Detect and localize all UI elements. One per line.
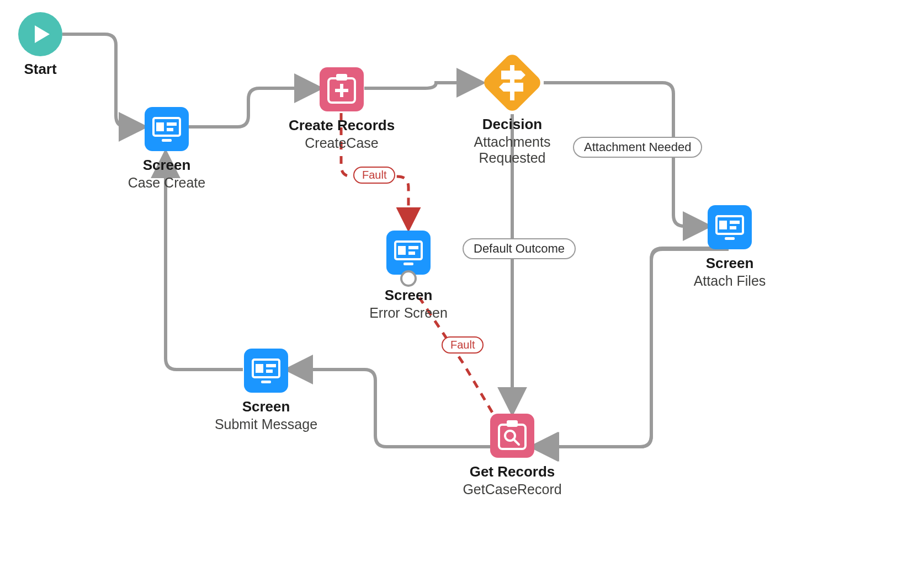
start-label: Start [0,61,112,78]
decision-node[interactable] [481,51,543,114]
svg-rect-6 [162,139,172,142]
start-node[interactable] [18,12,62,56]
svg-rect-3 [156,122,164,131]
svg-rect-9 [336,74,347,81]
svg-rect-19 [403,263,413,265]
svg-rect-34 [266,364,276,367]
screen-submit-label: Screen Submit Message [194,398,338,432]
svg-rect-17 [408,246,418,249]
screen-case-node[interactable] [145,107,189,151]
edge-label-default-outcome: Default Outcome [463,238,576,259]
edge-create-to-decision [364,83,480,88]
svg-rect-18 [408,251,415,255]
get-records-label: Get Records GetCaseRecord [440,463,584,497]
svg-rect-5 [167,128,173,131]
screen-submit-node[interactable] [244,349,288,393]
screen-attach-label: Screen Attach Files [658,255,801,289]
create-records-node[interactable] [320,67,364,111]
get-records-node[interactable] [490,414,534,458]
screen-attach-node[interactable] [708,205,752,249]
svg-rect-22 [719,221,727,229]
edge-start-to-screen-case [62,34,142,127]
svg-rect-24 [730,226,736,229]
decision-label: Decision Attachments Requested [440,116,584,166]
screen-error-node[interactable] [386,231,431,286]
svg-rect-35 [266,370,273,373]
edge-label-fault-1: Fault [353,167,395,184]
loop-indicator-icon [401,271,416,286]
svg-rect-23 [730,221,740,224]
screen-case-label: Screen Case Create [95,157,238,191]
svg-rect-36 [261,381,271,383]
svg-rect-25 [725,237,735,240]
create-records-label: Create Records CreateCase [270,117,413,151]
edge-label-attachment-needed: Attachment Needed [573,137,702,158]
svg-rect-4 [167,122,177,126]
svg-rect-33 [256,364,263,373]
svg-rect-16 [398,246,406,255]
svg-rect-11 [335,89,348,92]
svg-rect-28 [507,420,518,427]
screen-error-label: Screen Error Screen [337,287,480,321]
edge-label-fault-2: Fault [442,336,484,354]
